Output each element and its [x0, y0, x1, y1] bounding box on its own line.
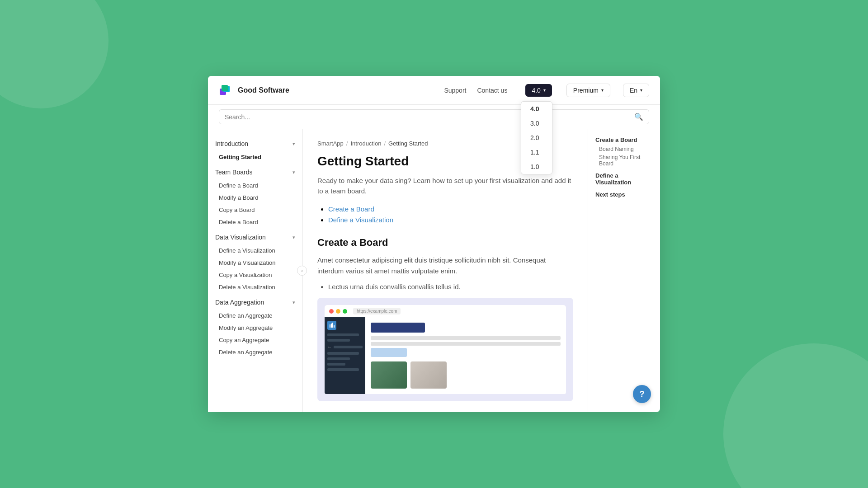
browser-main-line	[371, 342, 561, 346]
section-list: Lectus urna duis convallis convallis tel…	[317, 283, 573, 291]
svg-rect-3	[330, 324, 330, 328]
section-body-create-board: Amet consectetur adipiscing elit duis tr…	[317, 255, 573, 277]
chevron-down-icon: ▾	[543, 88, 546, 93]
browser-main-header	[371, 323, 425, 333]
sidebar-bar	[327, 333, 359, 336]
svg-rect-2	[222, 85, 228, 91]
sidebar-item-delete-agg[interactable]: Delete an Aggregate	[208, 346, 302, 358]
chevron-down-icon: ▾	[640, 88, 642, 93]
lang-label: En	[630, 87, 637, 94]
section-title-create-board: Create a Board	[317, 237, 573, 249]
sidebar-item-copy-board[interactable]: Copy a Board	[208, 204, 302, 216]
search-icon: 🔍	[634, 113, 643, 121]
sidebar-bar	[327, 363, 345, 366]
sidebar-bar	[327, 352, 359, 355]
contact-link[interactable]: Contact us	[477, 87, 507, 94]
svg-rect-5	[332, 323, 333, 328]
logo-area: Good Software	[219, 83, 444, 98]
sidebar-item-define-viz[interactable]: Define a Visualization	[208, 244, 302, 257]
header: Good Software Support Contact us 4.0 ▾ P…	[208, 76, 660, 105]
toc-heading-create-board: Create a Board	[595, 136, 653, 143]
list-item: Create a Board	[328, 205, 573, 213]
sidebar-item-define-board[interactable]: Define a Board	[208, 179, 302, 192]
toc-heading-define-viz: Define a Visualization	[595, 172, 653, 186]
browser-content: ←	[325, 317, 566, 394]
browser-dot-yellow	[336, 309, 340, 314]
toc-panel: Create a Board Board Naming Sharing You …	[588, 129, 660, 412]
sidebar: ‹ Introduction ▾ Getting Started Team Bo…	[208, 129, 303, 412]
browser-main-highlight	[371, 348, 407, 357]
browser-main-images	[371, 361, 561, 389]
toc-heading-next-steps: Next steps	[595, 191, 653, 198]
browser-sidebar: ←	[325, 317, 365, 394]
svg-rect-4	[331, 324, 332, 328]
toc-item-sharing[interactable]: Sharing You First Board	[595, 154, 653, 167]
version-label: 4.0	[532, 87, 540, 94]
browser-main-content	[365, 317, 566, 394]
version-option-3[interactable]: 3.0	[521, 116, 552, 131]
chevron-icon: ▾	[292, 169, 295, 175]
toc-section-define-viz: Define a Visualization	[595, 172, 653, 186]
chevron-icon: ▾	[292, 141, 295, 147]
sidebar-item-copy-agg[interactable]: Copy an Aggregate	[208, 334, 302, 346]
screenshot-preview: https://example.com ←	[317, 298, 573, 401]
version-option-1-1[interactable]: 1.1	[521, 145, 552, 160]
sidebar-section-team-boards: Team Boards ▾ Define a Board Modify a Bo…	[208, 165, 302, 228]
sidebar-item-delete-board[interactable]: Delete a Board	[208, 216, 302, 228]
sidebar-section-header-data-aggregation[interactable]: Data Aggregation ▾	[208, 295, 302, 310]
sidebar-section-header-team-boards[interactable]: Team Boards ▾	[208, 165, 302, 179]
premium-button[interactable]: Premium ▾	[566, 84, 610, 97]
breadcrumb-separator-1: /	[346, 140, 348, 147]
sidebar-section-label-data-viz: Data Visualization	[215, 234, 266, 241]
sidebar-collapse-button[interactable]: ‹	[297, 266, 307, 276]
sidebar-bar	[327, 357, 350, 360]
language-button[interactable]: En ▾	[623, 84, 649, 97]
breadcrumb-current: Getting Started	[388, 140, 428, 147]
link-define-viz[interactable]: Define a Visualization	[328, 216, 393, 224]
search-wrap: 🔍	[219, 109, 649, 124]
search-input[interactable]	[225, 113, 631, 121]
sidebar-item-define-agg[interactable]: Define an Aggregate	[208, 310, 302, 322]
browser-dot-red	[329, 309, 334, 314]
toc-section-create-board: Create a Board Board Naming Sharing You …	[595, 136, 653, 167]
sidebar-item-modify-board[interactable]: Modify a Board	[208, 192, 302, 204]
support-link[interactable]: Support	[444, 87, 466, 94]
version-option-1-0[interactable]: 1.0	[521, 160, 552, 174]
browser-bar: https://example.com	[325, 305, 566, 317]
sidebar-item-modify-viz[interactable]: Modify a Visualization	[208, 257, 302, 269]
link-create-board[interactable]: Create a Board	[328, 205, 374, 213]
browser-main-line	[371, 336, 561, 340]
sidebar-bar	[327, 368, 359, 371]
premium-label: Premium	[573, 87, 599, 94]
toc-item-board-naming[interactable]: Board Naming	[595, 146, 653, 152]
version-button[interactable]: 4.0 ▾	[525, 84, 552, 97]
browser-url: https://example.com	[353, 308, 401, 314]
version-option-2[interactable]: 2.0	[521, 131, 552, 145]
version-option-4[interactable]: 4.0	[521, 102, 552, 116]
toc-section-next-steps: Next steps	[595, 191, 653, 198]
sidebar-section-data-visualization: Data Visualization ▾ Define a Visualizat…	[208, 230, 302, 293]
sidebar-icon	[327, 321, 336, 330]
list-item: Define a Visualization	[328, 216, 573, 224]
app-window: Good Software Support Contact us 4.0 ▾ P…	[208, 76, 660, 412]
sidebar-item-getting-started[interactable]: Getting Started	[208, 151, 302, 163]
sidebar-item-modify-agg[interactable]: Modify an Aggregate	[208, 322, 302, 334]
page-subtitle: Ready to make your data sing? Learn how …	[317, 176, 573, 196]
help-button[interactable]: ?	[633, 385, 651, 403]
header-nav: Support Contact us 4.0 ▾ Premium ▾ En ▾	[444, 84, 649, 97]
list-item: Lectus urna duis convallis convallis tel…	[328, 283, 573, 291]
chevron-icon: ▾	[292, 300, 295, 305]
chevron-down-icon: ▾	[601, 88, 604, 93]
breadcrumb-smartapp[interactable]: SmartApp	[317, 140, 344, 147]
sidebar-item-delete-viz[interactable]: Delete a Visualization	[208, 281, 302, 293]
breadcrumb-separator-2: /	[384, 140, 386, 147]
sidebar-section-label-team-boards: Team Boards	[215, 169, 252, 176]
chevron-icon: ▾	[292, 235, 295, 240]
sidebar-item-copy-viz[interactable]: Copy a Visualization	[208, 269, 302, 281]
browser-dot-green	[343, 309, 347, 314]
breadcrumb-introduction[interactable]: Introduction	[350, 140, 381, 147]
sidebar-section-header-data-visualization[interactable]: Data Visualization ▾	[208, 230, 302, 244]
links-list: Create a Board Define a Visualization	[317, 205, 573, 224]
sidebar-section-header-introduction[interactable]: Introduction ▾	[208, 136, 302, 151]
svg-rect-6	[334, 325, 335, 328]
